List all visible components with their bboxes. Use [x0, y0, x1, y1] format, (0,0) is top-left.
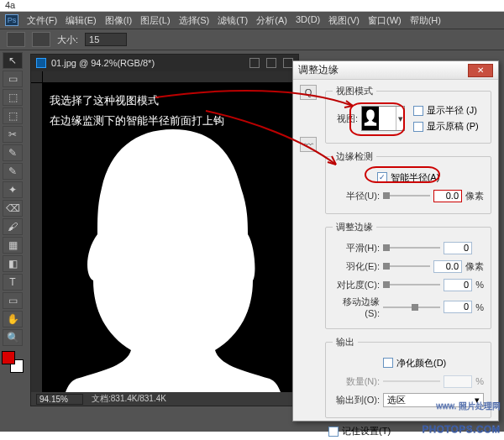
- group-edge-detection: 边缘检测 ✓智能半径(A) 半径(U): 0.0 像素: [325, 150, 491, 214]
- smooth-label: 平滑(H):: [333, 242, 380, 254]
- amount-slider: [383, 375, 440, 387]
- group-adjust-edge: 调整边缘 平滑(H): 0 % 羽化(E): 0.0 像素 对比度(C: [325, 221, 491, 329]
- zoom-field[interactable]: 94.15%: [36, 394, 83, 405]
- tool-move[interactable]: ↖: [3, 52, 23, 69]
- dialog-title: 调整边缘: [298, 63, 468, 77]
- menu-select[interactable]: 选择(S): [177, 14, 212, 27]
- tool-lasso[interactable]: ⬚: [3, 89, 23, 106]
- output-to-value: 选区: [387, 394, 406, 406]
- options-bar: 大小:: [0, 29, 504, 50]
- menu-3d[interactable]: 3D(D): [294, 14, 322, 27]
- document-tab[interactable]: 01.jpg @ 94.2%(RGB/8*): [31, 55, 298, 71]
- chevron-down-icon[interactable]: ▾: [396, 107, 404, 130]
- tool-hand[interactable]: ✋: [3, 311, 23, 327]
- tool-zoom[interactable]: 🔍: [3, 329, 23, 346]
- menubar: 文件(F) 编辑(E) 图像(I) 图层(L) 选择(S) 滤镜(T) 分析(A…: [25, 14, 443, 27]
- window-minimize-icon[interactable]: [249, 58, 260, 68]
- tool-crop[interactable]: ✂: [3, 126, 23, 143]
- menu-help[interactable]: 帮助(H): [408, 14, 443, 27]
- menu-filter[interactable]: 滤镜(T): [216, 14, 249, 27]
- watermark-big: PHOTOPS.COM: [423, 424, 501, 434]
- contrast-unit: %: [475, 280, 484, 290]
- brush-preset-icon[interactable]: [32, 32, 50, 47]
- watermark: www. 照片处理网 PHOTOPS.COM: [423, 401, 501, 438]
- shift-edge-slider[interactable]: [383, 301, 440, 313]
- group-output-legend: 输出: [333, 336, 358, 348]
- amount-value: [444, 375, 472, 388]
- doc-size-label: 文档:831.4K/831.4K: [92, 393, 166, 405]
- brush-size-input[interactable]: [85, 33, 127, 46]
- page-marker: 4a: [0, 0, 504, 12]
- annotation-line-1: 我选择了这种视图模式: [50, 93, 159, 108]
- tool-type[interactable]: T: [3, 274, 23, 291]
- shift-edge-value[interactable]: 0: [444, 301, 472, 313]
- contrast-value[interactable]: 0: [444, 279, 472, 291]
- tool-preset-icon[interactable]: [7, 32, 25, 47]
- dialog-close-button[interactable]: ✕: [468, 64, 493, 77]
- feather-value[interactable]: 0.0: [433, 260, 462, 273]
- color-swatches[interactable]: [2, 351, 24, 373]
- tool-gradient[interactable]: ▦: [3, 237, 23, 254]
- menu-file[interactable]: 文件(F): [25, 14, 59, 27]
- radius-slider[interactable]: [383, 190, 430, 202]
- tool-marquee[interactable]: ▭: [3, 71, 23, 87]
- ps-titlebar: Ps 文件(F) 编辑(E) 图像(I) 图层(L) 选择(S) 滤镜(T) 分…: [0, 12, 504, 29]
- view-mode-button[interactable]: ▾: [361, 106, 405, 131]
- tool-eraser[interactable]: ⌫: [3, 200, 23, 217]
- smooth-value[interactable]: 0: [444, 242, 472, 254]
- ruler-horizontal[interactable]: [31, 71, 298, 83]
- remember-settings-label: 记住设置(T): [342, 425, 391, 437]
- shift-edge-unit: %: [475, 302, 484, 312]
- radius-unit: 像素: [465, 190, 484, 202]
- contrast-slider[interactable]: [383, 279, 440, 291]
- watermark-small: www. 照片处理网: [423, 401, 501, 412]
- tool-eyedropper[interactable]: ✎: [3, 144, 23, 161]
- tool-shape[interactable]: ▭: [3, 292, 23, 309]
- feather-unit: 像素: [465, 260, 484, 273]
- group-adjust-legend: 调整边缘: [333, 221, 376, 233]
- menu-analysis[interactable]: 分析(A): [255, 14, 289, 27]
- tool-heal[interactable]: ✎: [3, 163, 23, 180]
- smooth-slider[interactable]: [383, 242, 440, 254]
- output-to-label: 输出到(O):: [333, 394, 380, 406]
- decontaminate-label: 净化颜色(D): [396, 357, 446, 369]
- show-original-label: 显示原稿 (P): [427, 120, 479, 133]
- brush-size-label: 大小:: [57, 34, 78, 46]
- window-maximize-icon[interactable]: [266, 58, 276, 68]
- menu-layer[interactable]: 图层(L): [139, 14, 171, 27]
- document-title: 01.jpg @ 94.2%(RGB/8*): [51, 58, 243, 68]
- doc-icon: [36, 58, 46, 68]
- amount-label: 数量(N):: [333, 375, 380, 388]
- remember-settings-checkbox[interactable]: [328, 427, 339, 437]
- feather-slider[interactable]: [383, 260, 430, 272]
- smart-radius-checkbox[interactable]: ✓: [377, 172, 387, 182]
- shift-edge-label: 移动边缘(S):: [333, 296, 380, 318]
- tool-column: ↖ ▭ ⬚ ⬚ ✂ ✎ ✎ ✦ ⌫ 🖌 ▦ ◧ T ▭ ✋ 🔍: [0, 50, 25, 432]
- ps-logo: Ps: [5, 14, 18, 26]
- contrast-label: 对比度(C):: [333, 279, 380, 291]
- ruler-vertical[interactable]: [31, 83, 43, 392]
- menu-view[interactable]: 视图(V): [327, 14, 361, 27]
- amount-unit: %: [475, 376, 484, 386]
- menu-image[interactable]: 图像(I): [103, 14, 134, 27]
- menu-window[interactable]: 窗口(W): [366, 14, 403, 27]
- smart-radius-label: 智能半径(A): [391, 171, 440, 184]
- tool-dodge[interactable]: ◧: [3, 255, 23, 272]
- ruler-corner: [31, 71, 43, 83]
- annotation-arrow-2: [202, 106, 344, 173]
- tool-clone[interactable]: 🖌: [3, 218, 23, 235]
- fg-color-swatch[interactable]: [2, 351, 15, 364]
- dialog-titlebar[interactable]: 调整边缘 ✕: [293, 61, 498, 80]
- menu-edit[interactable]: 编辑(E): [64, 14, 98, 27]
- tool-brush[interactable]: ✦: [3, 181, 23, 198]
- radius-label: 半径(U):: [333, 190, 380, 202]
- show-radius-checkbox[interactable]: [413, 106, 423, 116]
- decontaminate-checkbox[interactable]: [383, 358, 393, 368]
- feather-label: 羽化(E):: [333, 260, 380, 273]
- show-radius-label: 显示半径 (J): [427, 104, 477, 117]
- tool-quickselect[interactable]: ⬚: [3, 107, 23, 124]
- status-bar: 94.15% 文档:831.4K/831.4K: [31, 392, 298, 406]
- radius-value[interactable]: 0.0: [433, 190, 462, 202]
- show-original-checkbox[interactable]: [413, 122, 423, 132]
